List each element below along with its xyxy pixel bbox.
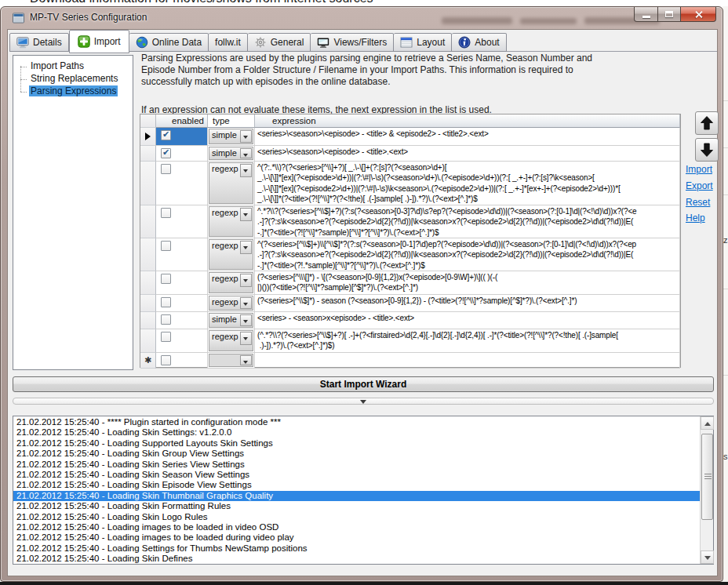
row-header[interactable] (140, 128, 156, 146)
log-entry[interactable]: 21.02.2012 15:25:40 - Loading Skin Group… (13, 449, 700, 459)
row-header[interactable] (140, 205, 156, 238)
dropdown-arrow-icon[interactable] (240, 208, 252, 221)
dropdown-arrow-icon[interactable] (240, 148, 252, 158)
type-dropdown[interactable]: regexp (209, 162, 253, 204)
enabled-checkbox[interactable] (161, 355, 171, 365)
start-import-wizard-button[interactable]: Start Import Wizard (13, 376, 714, 392)
dropdown-arrow-icon[interactable] (240, 297, 252, 309)
column-header-enabled[interactable]: enabled (156, 114, 208, 128)
column-header-expression[interactable]: expression (255, 114, 680, 128)
log-entry[interactable]: 21.02.2012 15:25:40 - Loading Skin Serie… (13, 460, 700, 470)
enabled-checkbox[interactable] (161, 332, 171, 342)
enabled-cell[interactable] (156, 238, 208, 271)
enabled-checkbox[interactable] (161, 297, 171, 307)
move-up-button[interactable] (695, 111, 719, 135)
scroll-down-icon[interactable] (701, 550, 714, 564)
expression-cell[interactable]: (^.*?\\?(?<series>[^\\$]+?)[ .-]+(?<firs… (255, 329, 680, 353)
row-header[interactable] (140, 146, 156, 162)
tab-about[interactable]: About (452, 33, 506, 52)
type-dropdown[interactable]: regexp (209, 296, 253, 311)
scrollbar-thumb[interactable] (701, 434, 713, 520)
expression-cell[interactable]: ^(?:.*\\)?(?<series>[^\\]+?)[ _.\-\[]+(?… (255, 162, 680, 205)
log-entry[interactable]: 21.02.2012 15:25:40 - **** Plugin starte… (13, 417, 700, 427)
row-header[interactable]: ✱ (140, 353, 156, 369)
type-dropdown[interactable]: simple (209, 313, 253, 328)
sidebar-item-string-replacements[interactable]: String Replacements (13, 73, 133, 85)
expression-cell[interactable]: (?<series>[^\\$]*) - season (?<season>[0… (255, 295, 680, 312)
log-list[interactable]: 21.02.2012 15:25:40 - **** Plugin starte… (13, 416, 714, 565)
log-entry[interactable]: 21.02.2012 15:25:40 - Loading Skin Episo… (13, 480, 700, 490)
log-entry[interactable]: 21.02.2012 15:25:40 - Loading Skin Defin… (13, 554, 700, 564)
expression-cell[interactable] (255, 353, 680, 369)
tab-views-filters[interactable]: Views/Filters (311, 33, 394, 52)
move-down-button[interactable] (695, 138, 719, 162)
help-link[interactable]: Help (686, 213, 705, 223)
type-dropdown[interactable]: regexp (209, 239, 253, 270)
dropdown-arrow-icon[interactable] (240, 241, 252, 254)
enabled-cell[interactable] (156, 128, 208, 146)
tab-layout[interactable]: Layout (394, 33, 452, 52)
log-entry[interactable]: 21.02.2012 15:25:40 - Loading Settings f… (13, 543, 700, 554)
enabled-checkbox[interactable] (161, 164, 171, 174)
enabled-cell[interactable] (156, 271, 208, 295)
enabled-cell[interactable] (156, 353, 208, 369)
tab-general[interactable]: General (248, 33, 311, 52)
export-link[interactable]: Export (686, 180, 713, 191)
dropdown-arrow-icon[interactable] (240, 274, 252, 287)
log-entry[interactable]: 21.02.2012 15:25:40 - Loading images to … (13, 532, 700, 543)
log-entry[interactable]: 21.02.2012 15:25:40 - Loading images to … (13, 522, 700, 532)
log-entry[interactable]: 21.02.2012 15:25:40 - Loading Skin Thumb… (13, 491, 700, 501)
dropdown-arrow-icon[interactable] (240, 355, 252, 365)
enabled-cell[interactable] (156, 146, 208, 162)
expression-cell[interactable]: <series>\<season>\<episode> - <title> & … (255, 128, 680, 146)
sidebar-item-parsing-expressions[interactable]: Parsing Expressions (13, 85, 133, 98)
enabled-checkbox[interactable] (161, 130, 171, 140)
row-header[interactable] (140, 312, 156, 329)
tab-online-data[interactable]: Online Data (129, 33, 209, 52)
log-entry[interactable]: 21.02.2012 15:25:40 - Loading Skin Logo … (13, 512, 700, 522)
log-entry[interactable]: 21.02.2012 15:25:40 - Loading Skin Forma… (13, 501, 700, 511)
dropdown-arrow-icon[interactable] (240, 332, 252, 345)
tab-import[interactable]: Import (69, 30, 129, 53)
scroll-up-icon[interactable] (701, 416, 714, 430)
row-header[interactable] (140, 238, 156, 271)
close-button[interactable] (681, 7, 716, 22)
import-link[interactable]: Import (686, 164, 712, 175)
type-dropdown[interactable]: regexp (209, 330, 253, 351)
enabled-checkbox[interactable] (161, 241, 171, 251)
reset-link[interactable]: Reset (686, 197, 710, 208)
titlebar[interactable]: MP-TV Series Configuration (1, 7, 723, 29)
log-entry[interactable]: 21.02.2012 15:25:40 - Loading Skin Setti… (13, 427, 700, 438)
row-header[interactable] (140, 295, 156, 312)
enabled-checkbox[interactable] (161, 208, 171, 218)
dropdown-arrow-icon[interactable] (240, 314, 252, 326)
enabled-checkbox[interactable] (161, 274, 171, 284)
expression-cell[interactable]: (?<series>[^\\\[]*) - \[(?<season>[0-9]{… (255, 271, 680, 295)
log-entry[interactable]: 21.02.2012 15:25:40 - Loading Supported … (13, 438, 700, 449)
type-dropdown[interactable]: simple (209, 129, 253, 144)
enabled-checkbox[interactable] (161, 314, 171, 325)
enabled-cell[interactable] (156, 312, 208, 329)
dropdown-arrow-icon[interactable] (240, 130, 252, 143)
enabled-cell[interactable] (156, 162, 208, 205)
expression-cell[interactable]: ^(?<series>[^\\$]+)\\[^\\$]*?(?:s(?<seas… (255, 238, 680, 271)
enabled-cell[interactable] (156, 329, 208, 353)
tab-details[interactable]: Details (9, 33, 69, 52)
row-header[interactable] (140, 329, 156, 353)
row-header[interactable] (140, 271, 156, 295)
expression-cell[interactable]: <series> - <season>x<episode> - <title>.… (255, 312, 680, 329)
row-header[interactable] (140, 162, 156, 205)
tab-follwit[interactable]: follw.it (209, 33, 248, 52)
expression-cell[interactable]: <series>\<season>\<episode> - <title>.<e… (255, 146, 680, 162)
enabled-cell[interactable] (156, 295, 208, 312)
enabled-checkbox[interactable] (161, 148, 171, 158)
enabled-cell[interactable] (156, 205, 208, 238)
type-dropdown[interactable] (209, 354, 253, 367)
type-dropdown[interactable]: regexp (209, 206, 253, 237)
column-header-type[interactable]: type (208, 114, 255, 128)
maximize-button[interactable] (658, 7, 681, 22)
log-entry[interactable]: 21.02.2012 15:25:40 - Loading Skin Seaso… (13, 470, 700, 480)
minimize-button[interactable] (634, 7, 658, 22)
collapse-splitter[interactable] (13, 398, 714, 405)
type-dropdown[interactable]: regexp (209, 272, 253, 293)
